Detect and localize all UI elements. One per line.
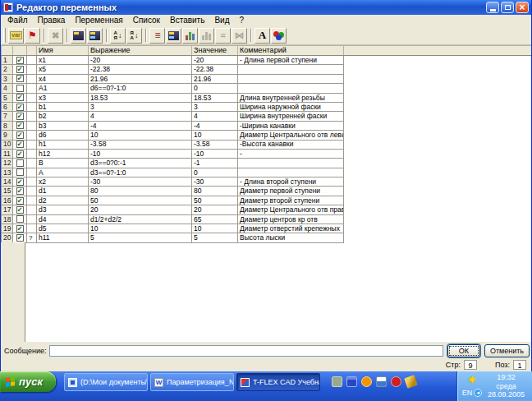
row-checkbox-cell[interactable] [13,149,27,158]
cell-expression[interactable]: 5 [89,233,192,242]
external-checkbox[interactable] [16,215,24,223]
menu-list[interactable]: Список [128,15,165,26]
row-number[interactable]: 11 [2,149,13,158]
row-number[interactable]: 1 [2,56,13,65]
cell-value[interactable]: -20 [192,56,238,65]
row-checkbox-cell[interactable] [13,56,27,65]
row-checkbox-cell[interactable] [13,93,27,102]
restore-button[interactable] [501,2,514,13]
sort-descending-button[interactable]: ЯА↓ [126,28,142,44]
external-checkbox[interactable] [16,178,24,186]
cell-comment[interactable]: Диаметр первой ступени [238,187,344,196]
row-checkbox-cell[interactable] [13,177,27,187]
row-number[interactable]: 15 [2,187,13,196]
cell-comment[interactable] [238,168,344,177]
task-word-document[interactable]: W Параметризация_№... [150,373,234,391]
cell-comment[interactable]: Ширина внутренней фаски [238,112,344,121]
cell-expression[interactable]: 21.96 [89,74,192,83]
cell-value[interactable]: -22.38 [192,65,238,74]
flag-button[interactable]: ⚑ [25,28,40,44]
row-checkbox-cell[interactable] [13,131,27,140]
cell-name[interactable]: x5 [37,65,89,74]
row-checkbox-cell[interactable] [13,112,27,121]
cell-expression[interactable]: 10 [89,224,192,233]
cell-expression[interactable]: 4 [89,112,192,121]
external-checkbox[interactable] [16,122,24,129]
language-indicator[interactable]: EN [462,389,473,397]
tray-app1-icon[interactable] [332,376,342,387]
row-number[interactable]: 2 [2,65,13,74]
external-checkbox[interactable] [16,57,24,64]
cell-expression[interactable]: 18.53 [89,93,192,102]
row-number[interactable]: 13 [2,168,13,177]
task-explorer[interactable]: (D:\Мои документы\... [64,373,148,391]
row-checkbox-cell[interactable] [13,159,27,168]
row-number[interactable]: 9 [2,131,13,140]
row-number[interactable]: 16 [2,196,13,205]
cell-value[interactable]: 10 [192,224,238,233]
ok-button[interactable]: ОК [447,344,480,357]
external-checkbox[interactable] [16,197,24,205]
col-value-header[interactable]: Значение [192,46,238,56]
new-variable-button[interactable]: var [8,28,24,44]
cell-name[interactable]: b3 [37,121,89,130]
col-name-header[interactable]: Имя [37,46,89,56]
cell-name[interactable]: d3 [37,205,89,214]
external-checkbox[interactable] [16,150,24,158]
external-checkbox[interactable] [16,159,24,167]
cell-value[interactable]: 18.53 [192,93,238,102]
row-number[interactable]: 8 [2,121,13,130]
cell-expression[interactable]: d3==0?0:-1 [89,159,192,168]
sort-ascending-button[interactable]: АЯ↓ [110,28,126,44]
language-bar-icon[interactable]: ◄ [474,389,482,397]
cell-expression[interactable]: -3.58 [89,140,192,149]
tray-app6-icon[interactable] [404,375,418,389]
cell-comment[interactable]: Длина внутренней резьбы [238,93,344,102]
cell-expression[interactable]: 3 [89,102,192,111]
external-checkbox[interactable] [16,234,24,242]
cell-name[interactable]: b2 [37,112,89,121]
create-list-button[interactable] [71,28,86,44]
transpose-button-disabled[interactable]: ⋈ [232,28,247,44]
task-tflex-cad[interactable]: T-FLEX CAD Учебная... [236,373,320,391]
cell-comment[interactable]: Высота лыски [238,233,344,242]
menu-view[interactable]: Вид [209,15,234,26]
cell-value[interactable]: 20 [192,205,238,214]
delete-variable-button[interactable]: ✖ [48,28,63,44]
cell-name[interactable]: d5 [37,224,89,233]
cell-name[interactable]: d6 [37,131,89,140]
row-checkbox-cell[interactable] [13,205,27,214]
cell-name[interactable]: x2 [37,177,89,187]
row-checkbox-cell[interactable] [13,214,27,224]
cell-expression[interactable]: d3==0?-1:0 [89,168,192,177]
align-button-disabled[interactable]: ≈ [215,28,231,44]
external-checkbox[interactable] [16,75,24,82]
tray-app2-icon[interactable] [346,376,357,387]
cell-value[interactable]: 65 [192,214,238,224]
row-checkbox-cell[interactable] [13,196,27,205]
menu-file[interactable]: Файл [2,15,33,26]
row-number[interactable]: 10 [2,140,13,149]
row-number[interactable]: 20 [2,233,13,242]
cell-name[interactable]: b1 [37,102,89,111]
row-number[interactable]: 6 [2,102,13,111]
col-expression-header[interactable]: Выражение [89,46,192,56]
cell-comment[interactable]: Диаметр отверстий крепежных [238,224,344,233]
row-checkbox-cell[interactable] [13,168,27,177]
cell-name[interactable]: x1 [37,56,89,65]
cell-comment[interactable] [238,74,344,83]
row-number[interactable]: 18 [2,214,13,224]
cell-comment[interactable] [238,65,344,74]
diagram-button[interactable] [182,28,198,44]
cell-name[interactable]: h1 [37,140,89,149]
row-number[interactable]: 12 [2,159,13,168]
cell-expression[interactable]: -4 [89,121,192,130]
cell-value[interactable]: 4 [192,112,238,121]
message-input[interactable] [49,345,443,357]
row-checkbox-cell[interactable] [13,74,27,83]
cell-expression[interactable]: d1/2+d2/2 [89,214,192,224]
cell-expression[interactable]: 50 [89,196,192,205]
cell-expression[interactable]: 10 [89,131,192,140]
cell-name[interactable]: h12 [37,149,89,158]
cell-comment[interactable] [238,84,344,93]
